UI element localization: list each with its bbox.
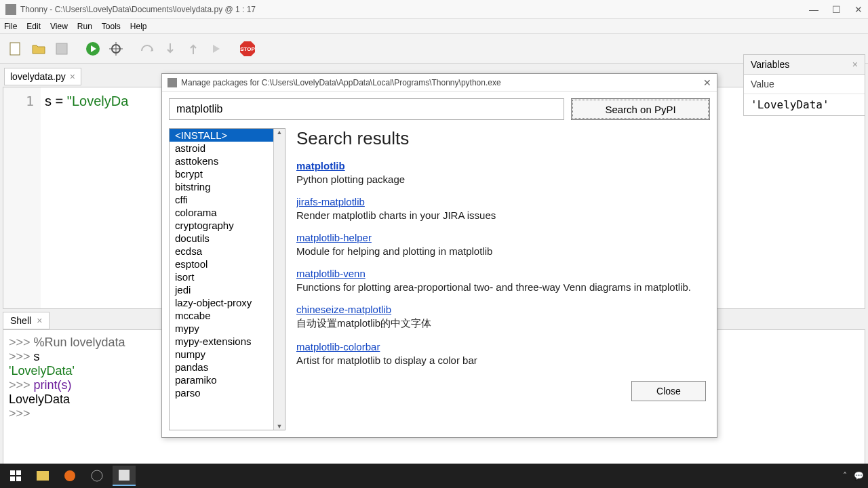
tab-label: lovelydata.py [10,71,66,82]
result-link[interactable]: matplotlib [296,160,345,171]
editor-tab[interactable]: lovelydata.py × [4,68,81,85]
firefox-icon[interactable] [58,466,81,486]
svg-rect-9 [16,470,21,475]
package-item[interactable]: mypy-extensions [170,335,285,348]
package-manager-dialog: Manage packages for C:\Users\LovelyData\… [161,73,717,438]
package-item[interactable]: bcrypt [170,167,285,180]
svg-rect-12 [37,471,49,481]
result-item: jirafs-matplotlibRender matplotlib chart… [296,196,706,221]
notifications-icon[interactable]: 💬 [854,471,864,481]
search-input[interactable] [169,98,564,120]
variables-tab-close-icon[interactable]: × [852,59,858,70]
result-link[interactable]: matplotlib-helper [296,232,372,243]
svg-rect-0 [10,43,20,55]
result-description: Render matplotlib charts in your JIRA is… [296,209,706,221]
menu-file[interactable]: File [4,22,17,31]
save-button[interactable] [52,39,72,59]
minimize-icon[interactable]: — [809,4,818,15]
package-item[interactable]: esptool [170,258,285,270]
result-item: matplotlib-helperModule for helping and … [296,232,706,257]
search-on-pypi-button[interactable]: Search on PyPI [571,98,710,120]
window-title: Thonny - C:\Users\LovelyData\Documents\l… [20,5,256,14]
package-item[interactable]: bitstring [170,180,285,193]
shell-tab-close-icon[interactable]: × [37,315,42,326]
step-over-button[interactable] [137,39,157,59]
package-item[interactable]: cffi [170,193,285,206]
package-list[interactable]: ▲▼ <INSTALL>astroidasttokensbcryptbitstr… [169,128,285,430]
svg-point-14 [92,470,102,481]
package-item[interactable]: isort [170,270,285,283]
package-item[interactable]: astroid [170,142,285,155]
menu-edit[interactable]: Edit [26,22,41,31]
result-link[interactable]: chineseize-matplotlib [296,304,391,315]
run-button[interactable] [83,39,103,59]
scroll-down-icon[interactable]: ▼ [277,423,283,430]
close-icon[interactable]: ✕ [854,4,863,15]
svg-rect-15 [119,470,130,481]
maximize-icon[interactable]: ☐ [832,4,841,15]
result-item: matplotlib-colorbarArtist for matplotlib… [296,341,706,366]
variables-tab-label: Variables [751,59,789,70]
package-item[interactable]: parso [170,386,285,399]
variables-tab[interactable]: Variables × [744,55,865,75]
dialog-icon [167,78,177,87]
package-list-scrollbar[interactable]: ▲▼ [273,129,285,430]
package-item[interactable]: paramiko [170,373,285,386]
svg-rect-11 [16,476,21,481]
package-item[interactable]: mypy [170,322,285,335]
package-item[interactable]: ecdsa [170,245,285,258]
package-item[interactable]: numpy [170,348,285,361]
dialog-title: Manage packages for C:\Users\LovelyData\… [181,78,501,87]
result-item: matplotlib-vennFunctions for plotting ar… [296,268,706,293]
result-link[interactable]: matplotlib-venn [296,268,366,279]
line-number: 1 [3,87,41,308]
svg-point-13 [64,470,75,481]
svg-text:STOP: STOP [240,46,255,52]
shell-tab-label: Shell [10,315,31,326]
menu-tools[interactable]: Tools [102,22,121,31]
package-item[interactable]: asttokens [170,155,285,167]
menu-run[interactable]: Run [77,22,92,31]
menu-help[interactable]: Help [130,22,147,31]
scroll-up-icon[interactable]: ▲ [277,129,283,136]
tab-close-icon[interactable]: × [70,71,75,82]
obs-icon[interactable] [85,466,108,486]
package-item[interactable]: pandas [170,361,285,373]
svg-rect-1 [56,43,67,54]
result-item: chineseize-matplotlib自动设置matplotlib的中文字体 [296,304,706,330]
svg-rect-8 [10,470,15,475]
debug-button[interactable] [106,39,126,59]
variables-header: Value [744,75,865,94]
new-file-button[interactable] [5,39,26,59]
start-button[interactable] [4,466,27,486]
code-line: s = "LovelyDa [41,87,128,308]
tray-chevron-icon[interactable]: ˄ [843,471,847,481]
package-item[interactable]: docutils [170,232,285,245]
dialog-close-icon[interactable]: ✕ [703,77,711,88]
dialog-titlebar[interactable]: Manage packages for C:\Users\LovelyData\… [162,74,717,92]
package-item[interactable]: lazy-object-proxy [170,296,285,309]
app-icon [5,4,16,15]
variable-value: 'LovelyData' [744,94,865,115]
package-item[interactable]: jedi [170,283,285,296]
package-item[interactable]: cryptography [170,219,285,232]
package-item[interactable]: <INSTALL> [170,129,285,142]
result-description: Artist for matplotlib to display a color… [296,354,706,366]
close-button[interactable]: Close [631,381,706,401]
step-into-button[interactable] [160,39,180,59]
explorer-icon[interactable] [31,466,54,486]
shell-tab[interactable]: Shell × [3,312,50,329]
thonny-taskbar-icon[interactable] [113,466,136,486]
open-file-button[interactable] [28,39,49,59]
result-description: Module for helping and plotting in matpl… [296,245,706,257]
result-description: Functions for plotting area-proportional… [296,281,706,293]
result-link[interactable]: matplotlib-colorbar [296,341,380,352]
toolbar: STOP [0,34,868,64]
result-link[interactable]: jirafs-matplotlib [296,196,365,207]
resume-button[interactable] [206,39,226,59]
step-out-button[interactable] [183,39,203,59]
stop-button[interactable]: STOP [237,39,258,59]
package-item[interactable]: colorama [170,206,285,219]
package-item[interactable]: mccabe [170,309,285,322]
menu-view[interactable]: View [50,22,68,31]
